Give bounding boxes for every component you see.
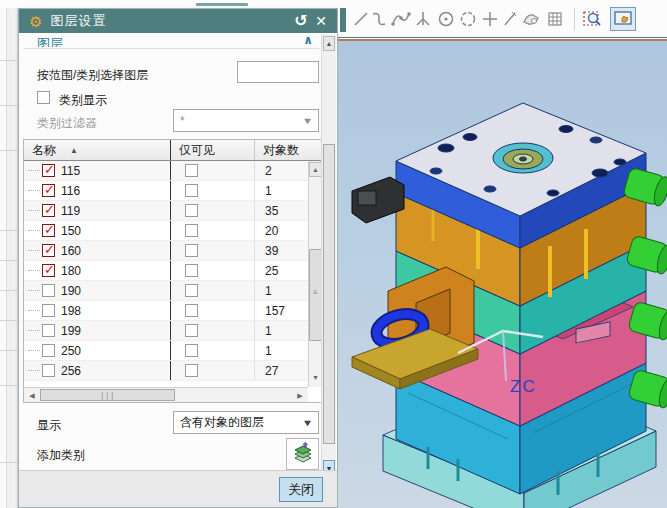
display-mode-combo[interactable]: 含有对象的图层 ▼ (173, 411, 319, 434)
visible-only-checkbox[interactable] (185, 364, 198, 377)
table-row[interactable]: 150 20 (24, 221, 308, 241)
add-category-button[interactable] (286, 438, 319, 470)
section-collapse-icon[interactable]: ∧ (303, 33, 313, 44)
scroll-left-icon[interactable]: ◀ (25, 389, 39, 402)
pan-icon[interactable] (610, 7, 636, 31)
dialog-scrollbar[interactable]: ▲ ▼ (321, 34, 336, 478)
table-row[interactable]: 115 2 (24, 161, 308, 181)
table-vertical-scrollbar[interactable]: ▲ ≡ ▼ (308, 161, 322, 387)
visible-only-checkbox[interactable] (185, 264, 198, 277)
table-row[interactable]: 256 27 (24, 361, 308, 381)
surface-icon[interactable] (520, 7, 542, 31)
gear-icon: ⚙ (29, 14, 42, 29)
sketch-toolbar (338, 0, 667, 38)
circle-icon[interactable] (457, 7, 479, 31)
layer-checkbox[interactable] (42, 164, 55, 177)
object-count-cell: 35 (254, 201, 304, 220)
visible-only-cell (170, 261, 254, 280)
layer-name-cell: 256 (24, 361, 170, 380)
visible-only-checkbox[interactable] (185, 184, 198, 197)
object-count-cell: 1 (254, 341, 304, 360)
scrollbar-thumb[interactable] (323, 144, 335, 444)
column-header-object-count[interactable]: 对象数 (254, 140, 304, 160)
chevron-down-icon: ▼ (302, 418, 314, 428)
table-row[interactable]: 119 35 (24, 201, 308, 221)
visible-only-checkbox[interactable] (185, 284, 198, 297)
table-row[interactable]: 198 157 (24, 301, 308, 321)
grid-icon[interactable] (544, 7, 566, 31)
point-axis-icon[interactable] (412, 7, 434, 31)
object-count: 39 (265, 244, 278, 258)
category-display-label: 类别显示 (59, 92, 107, 109)
category-display-checkbox[interactable] (37, 91, 50, 104)
range-select-input[interactable] (237, 61, 319, 83)
visible-only-cell (170, 201, 254, 220)
scrollbar-thumb[interactable]: ∣∣∣ (40, 389, 175, 401)
column-header-name[interactable]: 名称 ▲ (24, 140, 170, 160)
table-row[interactable]: 180 25 (24, 261, 308, 281)
layer-checkbox[interactable] (42, 344, 55, 357)
layer-name: 115 (61, 164, 80, 178)
dialog-titlebar[interactable]: ⚙ 图层设置 ↺ ✕ (19, 9, 337, 33)
graphics-viewport[interactable]: ZC (338, 39, 667, 508)
layer-name-cell: 180 (24, 261, 170, 280)
quick-trim-line-icon[interactable] (499, 7, 521, 31)
zoom-window-icon[interactable] (582, 7, 604, 31)
layer-name-cell: 150 (24, 221, 170, 240)
reset-icon[interactable]: ↺ (291, 9, 311, 33)
plus-icon[interactable] (479, 7, 501, 31)
object-count-cell: 2 (254, 161, 304, 180)
column-header-visible-only[interactable]: 仅可见 (170, 140, 254, 160)
layer-name: 199 (61, 324, 81, 338)
visible-only-checkbox[interactable] (185, 304, 198, 317)
studio-spline-icon[interactable] (390, 7, 412, 31)
visible-only-checkbox[interactable] (185, 224, 198, 237)
scroll-right-icon[interactable]: ▶ (293, 389, 307, 402)
object-count-cell: 39 (254, 241, 304, 260)
table-row[interactable]: 199 1 (24, 321, 308, 341)
visible-only-cell (170, 221, 254, 240)
layer-checkbox[interactable] (42, 304, 55, 317)
visible-only-checkbox[interactable] (185, 344, 198, 357)
layer-checkbox[interactable] (42, 184, 55, 197)
layer-checkbox[interactable] (42, 244, 55, 257)
tree-line (28, 230, 40, 231)
table-horizontal-scrollbar[interactable]: ◀ ∣∣∣ ▶ (24, 387, 308, 402)
table-row[interactable]: 160 39 (24, 241, 308, 261)
table-row[interactable]: 116 1 (24, 181, 308, 201)
visible-only-checkbox[interactable] (185, 164, 198, 177)
layer-checkbox[interactable] (42, 224, 55, 237)
layer-name-cell: 250 (24, 341, 170, 360)
layer-checkbox[interactable] (42, 284, 55, 297)
layer-name-cell: 190 (24, 281, 170, 300)
object-count: 35 (265, 204, 278, 218)
category-filter-combo[interactable]: * ▼ (173, 109, 319, 132)
sort-ascending-icon: ▲ (70, 146, 78, 155)
nx-application-window: { "colors": { "title_bar": "#4e7f7e", "s… (0, 0, 667, 508)
tree-line (28, 370, 40, 371)
visible-only-checkbox[interactable] (185, 204, 198, 217)
table-row[interactable]: 250 1 (24, 341, 308, 361)
layer-checkbox[interactable] (42, 324, 55, 337)
object-count: 1 (265, 344, 272, 358)
layer-name-cell: 116 (24, 181, 170, 200)
layer-checkbox[interactable] (42, 264, 55, 277)
object-count: 2 (265, 164, 272, 178)
arc-curve-icon[interactable] (368, 7, 390, 31)
visible-only-checkbox[interactable] (185, 324, 198, 337)
close-icon[interactable]: ✕ (311, 9, 331, 33)
object-count-cell: 157 (254, 301, 304, 320)
visible-only-cell (170, 301, 254, 320)
object-count-cell: 27 (254, 361, 304, 380)
scroll-up-icon[interactable]: ▲ (323, 36, 335, 51)
visible-only-checkbox[interactable] (185, 244, 198, 257)
zc-axis-label: ZC (510, 377, 537, 397)
circle-center-icon[interactable] (435, 7, 457, 31)
close-button[interactable]: 关闭 (279, 477, 323, 502)
layer-checkbox[interactable] (42, 364, 55, 377)
tree-line (28, 170, 40, 171)
visible-only-cell (170, 361, 254, 380)
tree-line (28, 210, 40, 211)
layer-checkbox[interactable] (42, 204, 55, 217)
table-row[interactable]: 190 1 (24, 281, 308, 301)
